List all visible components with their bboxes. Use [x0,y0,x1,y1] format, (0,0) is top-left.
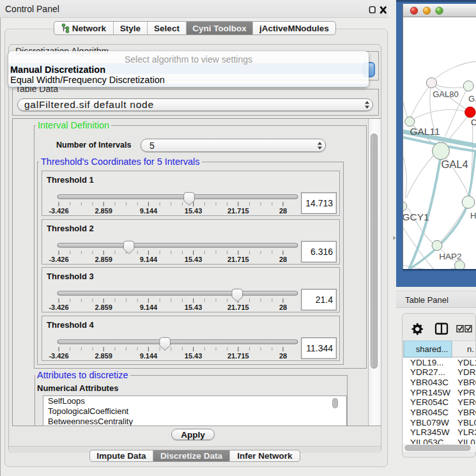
svg-text:28: 28 [279,303,287,311]
svg-text:YPR145W: YPR145W [410,388,450,397]
svg-text:YDR27...: YDR27... [410,367,445,377]
svg-text:9.144: 9.144 [140,352,158,360]
svg-text:HAP2: HAP2 [439,252,461,261]
svg-text:YBR043C: YBR043C [410,378,449,387]
svg-text:-3.426: -3.426 [49,207,68,215]
svg-text:15.43: 15.43 [185,256,203,263]
svg-text:-3.426: -3.426 [49,256,68,263]
svg-text:G.: G. [468,94,476,104]
svg-text:YPR1: YPR1 [457,388,476,397]
svg-text:shared...: shared... [416,344,449,354]
svg-text:-3.426: -3.426 [49,352,68,360]
svg-text:2.859: 2.859 [95,303,112,311]
svg-text:YLR3: YLR3 [457,427,476,437]
svg-text:YBR0: YBR0 [457,378,476,387]
svg-text:YLR345W: YLR345W [410,427,450,437]
svg-text:21.715: 21.715 [227,303,249,311]
svg-text:GCY1: GCY1 [403,211,429,222]
svg-text:n.: n. [467,344,474,354]
svg-text:-3.426: -3.426 [49,303,68,311]
svg-text:YDL19...: YDL19... [410,358,444,367]
svg-text:2.859: 2.859 [95,207,112,215]
svg-text:GAL80: GAL80 [433,89,458,99]
svg-text:YDR2: YDR2 [457,367,476,377]
svg-text:2.859: 2.859 [95,352,112,360]
svg-text:21.715: 21.715 [227,352,249,360]
svg-text:28: 28 [279,207,287,215]
svg-text:YER0: YER0 [457,397,476,407]
svg-text:2.859: 2.859 [95,256,112,263]
svg-text:YBR045C: YBR045C [410,408,449,417]
svg-text:YBL0: YBL0 [457,418,476,427]
svg-text:YBL079W: YBL079W [410,418,449,427]
svg-text:9.144: 9.144 [140,256,158,263]
svg-text:YER054C: YER054C [410,397,449,407]
svg-text:28: 28 [279,352,287,360]
svg-text:9.144: 9.144 [140,303,158,311]
svg-text:YDL1: YDL1 [457,358,476,367]
svg-text:21.715: 21.715 [227,256,249,263]
svg-text:YBR0: YBR0 [457,408,476,417]
svg-text:15.43: 15.43 [185,303,203,311]
svg-text:H: H [470,211,476,220]
svg-text:GAL11: GAL11 [410,126,440,137]
svg-text:9.144: 9.144 [140,207,158,215]
svg-text:21.715: 21.715 [227,207,249,215]
svg-text:15.43: 15.43 [185,352,203,360]
svg-text:15.43: 15.43 [185,207,203,215]
svg-text:28: 28 [279,256,287,263]
svg-text:C: C [471,118,476,127]
svg-text:GAL4: GAL4 [441,158,468,170]
